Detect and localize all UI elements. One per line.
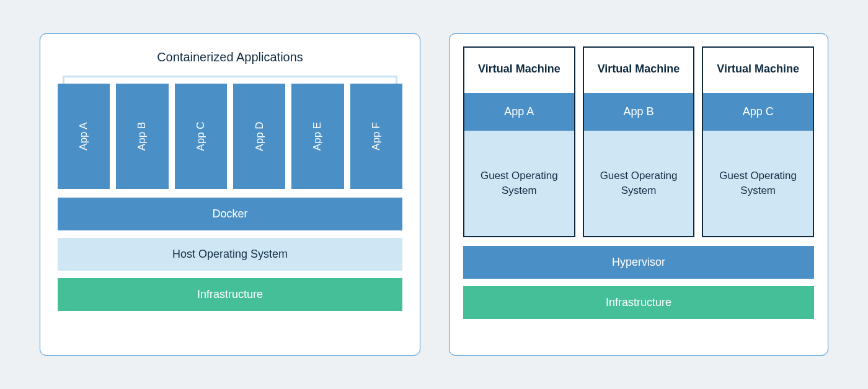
vm-app-layer: App C — [703, 93, 813, 131]
vm-guest-os-layer: Guest Operating System — [703, 131, 813, 236]
vm-app-layer: App A — [464, 93, 574, 131]
vm-guest-os-layer: Guest Operating System — [464, 131, 574, 236]
host-os-layer: Host Operating System — [58, 238, 402, 271]
container-architecture-panel: Containerized Applications App A App B A… — [40, 33, 420, 356]
container-app-label: App D — [253, 121, 265, 151]
vm-guest-os-layer: Guest Operating System — [584, 131, 694, 236]
vm-box: Virtual Machine App B Guest Operating Sy… — [583, 46, 695, 237]
container-app-label: App F — [370, 122, 383, 150]
vm-title: Virtual Machine — [584, 48, 694, 93]
container-app-box: App C — [175, 84, 227, 189]
docker-layer: Docker — [58, 198, 402, 230]
container-app-label: App A — [78, 122, 90, 150]
container-app-box: App B — [116, 84, 168, 189]
container-app-label: App C — [195, 121, 207, 151]
vm-box: Virtual Machine App C Guest Operating Sy… — [702, 46, 814, 237]
container-app-box: App E — [291, 84, 343, 189]
container-apps-row: App A App B App C App D App E App F — [58, 84, 402, 189]
vm-box: Virtual Machine App A Guest Operating Sy… — [463, 46, 575, 237]
container-app-label: App E — [311, 122, 324, 151]
apps-bracket — [63, 76, 397, 84]
container-app-label: App B — [136, 122, 148, 151]
vm-app-layer: App B — [584, 93, 694, 131]
vm-title: Virtual Machine — [703, 48, 813, 93]
infrastructure-layer: Infrastructure — [463, 286, 814, 319]
container-app-box: App D — [233, 84, 285, 189]
hypervisor-layer: Hypervisor — [463, 246, 814, 279]
infrastructure-layer: Infrastructure — [58, 278, 402, 311]
vms-row: Virtual Machine App A Guest Operating Sy… — [463, 46, 814, 237]
vm-architecture-panel: Virtual Machine App A Guest Operating Sy… — [449, 33, 828, 356]
container-app-box: App A — [58, 84, 110, 189]
container-panel-title: Containerized Applications — [58, 50, 402, 64]
vm-title: Virtual Machine — [464, 48, 574, 93]
container-app-box: App F — [350, 84, 402, 189]
